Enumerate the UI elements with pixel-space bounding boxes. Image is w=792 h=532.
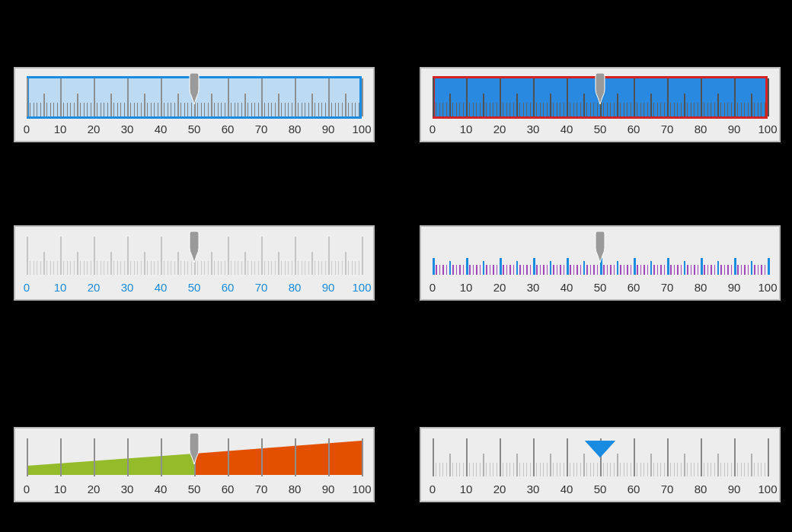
pointer-icon[interactable] (595, 231, 605, 262)
gauge-label: 100 (352, 123, 371, 135)
gauge-label: 90 (322, 123, 335, 135)
gauge-label: 20 (493, 483, 506, 495)
gauge-label: 20 (493, 281, 506, 294)
gauge-labels: 0102030405060708090100 (433, 123, 768, 138)
gauge-label: 40 (560, 483, 573, 495)
gauge-label: 50 (594, 123, 607, 135)
gauge-label: 30 (121, 123, 134, 135)
gauge-label: 0 (24, 123, 30, 135)
gauge-label: 0 (24, 281, 30, 294)
gauge-label: 30 (527, 123, 540, 135)
linear-gauge-g0: 0102030405060708090100 (14, 67, 375, 142)
gauge-label: 60 (628, 281, 640, 294)
gauge-label: 80 (289, 483, 302, 495)
gauge-label: 10 (54, 123, 67, 135)
gauge-label: 50 (594, 281, 607, 294)
linear-gauge-g5: 0102030405060708090100 (420, 427, 781, 502)
pointer-icon[interactable] (189, 231, 200, 262)
gauge-label: 60 (628, 483, 640, 495)
gauge-label: 10 (54, 281, 67, 294)
gauge-label: 90 (728, 281, 741, 294)
gauge-label: 40 (155, 123, 168, 135)
gauge-label: 50 (188, 123, 201, 135)
gauge-label: 60 (628, 123, 640, 135)
gauge-label: 40 (155, 281, 168, 294)
gauge-label: 10 (460, 281, 473, 294)
gauge-label: 80 (695, 281, 707, 294)
gauge-label: 20 (88, 281, 101, 294)
gauge-label: 40 (155, 483, 168, 495)
pointer-icon[interactable] (189, 433, 200, 464)
gauge-label: 60 (222, 483, 235, 495)
gauge-label: 70 (661, 483, 674, 495)
linear-gauge-g2: 0102030405060708090100 (14, 225, 375, 301)
gauge-label: 90 (728, 123, 741, 135)
gauge-label: 60 (222, 281, 235, 294)
gauge-labels: 0102030405060708090100 (27, 281, 362, 296)
gauge-label: 70 (255, 123, 268, 135)
gauge-label: 90 (728, 483, 741, 495)
gauge-label: 30 (121, 281, 134, 294)
gauge-label: 80 (695, 123, 707, 135)
gauge-labels: 0102030405060708090100 (27, 483, 362, 498)
gauge-label: 80 (289, 281, 302, 294)
gauge-label: 30 (121, 483, 134, 495)
gauge-label: 0 (430, 483, 436, 495)
gauge-label: 20 (88, 123, 101, 135)
gauge-label: 40 (560, 123, 573, 135)
gauge-label: 0 (430, 281, 436, 294)
gauge-label: 50 (594, 483, 607, 495)
gauge-label: 90 (322, 281, 335, 294)
gauge-label: 30 (527, 281, 540, 294)
linear-gauge-g3: 0102030405060708090100 (420, 225, 781, 301)
linear-gauge-g4: 0102030405060708090100 (14, 427, 375, 502)
gauge-label: 70 (661, 281, 674, 294)
gauge-label: 20 (493, 123, 506, 135)
gauge-label: 100 (758, 483, 777, 495)
chevron-down-icon[interactable] (595, 439, 605, 470)
linear-gauge-g1: 0102030405060708090100 (420, 67, 781, 142)
gauge-label: 90 (322, 483, 335, 495)
gauge-label: 80 (695, 483, 707, 495)
gauge-label: 100 (758, 123, 777, 135)
gauge-label: 100 (352, 281, 371, 294)
gauge-label: 0 (24, 483, 30, 495)
gauge-label: 0 (430, 123, 436, 135)
gauge-label: 20 (88, 483, 101, 495)
gauge-label: 10 (460, 483, 473, 495)
gauge-label: 100 (758, 281, 777, 294)
gauge-label: 50 (188, 281, 201, 294)
gauge-label: 70 (255, 483, 268, 495)
gauge-label: 80 (289, 123, 302, 135)
gauge-label: 60 (222, 123, 235, 135)
pointer-icon[interactable] (189, 73, 200, 104)
gauge-label: 50 (188, 483, 201, 495)
pointer-icon[interactable] (595, 73, 605, 104)
gauge-label: 30 (527, 483, 540, 495)
gauge-labels: 0102030405060708090100 (27, 123, 362, 138)
gauge-label: 10 (460, 123, 473, 135)
gauge-label: 70 (661, 123, 674, 135)
gauge-label: 40 (560, 281, 573, 294)
gauge-label: 10 (54, 483, 67, 495)
gauge-labels: 0102030405060708090100 (433, 483, 768, 498)
gauge-labels: 0102030405060708090100 (433, 281, 768, 296)
gauge-label: 100 (352, 483, 371, 495)
gauge-label: 70 (255, 281, 268, 294)
